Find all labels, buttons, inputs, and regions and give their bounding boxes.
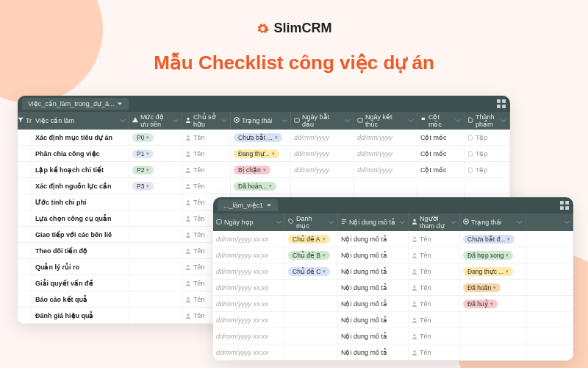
cell[interactable]: Xác định mục tiêu dự án	[32, 130, 129, 145]
table-row[interactable]: dd/mm/yyyy xx:xxNội dung mô tả TênĐã hoã…	[213, 280, 573, 296]
cell[interactable]	[526, 328, 573, 344]
cell[interactable]: Nội dung mô tả	[338, 247, 409, 263]
column-header[interactable]: Người tham dự	[409, 213, 460, 231]
cell[interactable]	[129, 243, 182, 258]
cell[interactable]: Nội dung mô tả	[338, 296, 409, 311]
cell[interactable]	[526, 263, 573, 279]
column-header[interactable]: Danh mục	[285, 213, 338, 231]
cell[interactable]: Nội dung mô tả	[338, 263, 409, 279]
cell[interactable]: dd/mm/yyyy	[354, 162, 417, 177]
cell[interactable]: Nội dung mô tả	[338, 280, 409, 295]
cell[interactable]: Tệp	[465, 146, 510, 161]
cell[interactable]: Tên	[409, 247, 460, 263]
cell[interactable]: Đã huỷ▾	[460, 296, 526, 311]
cell[interactable]: Nội dung mô tả	[338, 328, 409, 344]
cell[interactable]: Giải quyết vấn đề	[32, 275, 129, 291]
cell[interactable]: Đã hoàn...▾	[231, 178, 291, 194]
tab-meeting[interactable]: ..._làm_việc1	[218, 199, 278, 211]
cell[interactable]: Tên	[182, 162, 231, 177]
tab-checklist[interactable]: Việc_cần_làm_trong_dự_á...	[22, 98, 129, 110]
cell[interactable]: dd/mm/yyyy xx:xx	[213, 296, 285, 311]
cell[interactable]	[285, 280, 338, 295]
cell[interactable]: Chủ đề B▾	[285, 247, 338, 263]
column-header[interactable]: Ngày bắt đầu	[291, 112, 354, 130]
cell[interactable]: Cột mốc	[417, 162, 465, 177]
cell[interactable]: Nội dung mô tả	[338, 312, 409, 328]
cell[interactable]: P1▾	[129, 146, 182, 161]
cell[interactable]: Giao tiếp với các bên liê	[32, 227, 129, 242]
cell[interactable]	[526, 247, 573, 263]
cell[interactable]: Tên	[409, 231, 460, 247]
cell[interactable]: Báo cáo kết quả	[32, 291, 129, 307]
cell[interactable]: Đánh giá hiệu quả	[32, 308, 129, 323]
cell[interactable]	[526, 312, 573, 328]
cell[interactable]	[417, 178, 465, 194]
cell[interactable]: dd/mm/yyyy xx:xx	[213, 328, 285, 344]
cell[interactable]	[129, 259, 182, 275]
cell[interactable]	[285, 344, 338, 360]
cell[interactable]: Lựa chọn công cụ quản	[32, 210, 129, 226]
column-header[interactable]: Việc cần làm	[32, 112, 129, 130]
grid-icon[interactable]	[497, 99, 506, 108]
cell[interactable]: dd/mm/yyyy	[291, 162, 354, 177]
cell[interactable]: P3▾	[129, 178, 182, 194]
table-row[interactable]: dd/mm/yyyy xx:xxNội dung mô tả Tên	[213, 344, 573, 361]
cell[interactable]: Chưa bắt ...▾	[231, 130, 291, 145]
cell[interactable]	[129, 308, 182, 323]
cell[interactable]: dd/mm/yyyy xx:xx	[213, 280, 285, 295]
cell[interactable]: dd/mm/yyyy xx:xx	[213, 312, 285, 328]
column-header[interactable]: Trạng thái	[460, 213, 526, 231]
cell[interactable]: Cột mốc	[417, 130, 465, 145]
cell[interactable]	[460, 312, 526, 328]
column-header[interactable]: Chủ sở hữu	[182, 112, 231, 130]
column-header[interactable]: Nội dung mô tả	[338, 213, 409, 231]
cell[interactable]: dd/mm/yyyy xx:xx	[213, 231, 285, 247]
cell[interactable]: Xác định nguồn lực cần	[32, 178, 129, 194]
cell[interactable]: Lập kế hoạch chi tiết	[32, 162, 129, 177]
table-row[interactable]: dd/mm/yyyy xx:xxNội dung mô tả Tên	[213, 328, 573, 344]
cell[interactable]	[129, 275, 182, 291]
table-row[interactable]: dd/mm/yyyy xx:xxChủ đề B▾Nội dung mô tả …	[213, 247, 573, 263]
cell[interactable]	[354, 178, 417, 194]
column-header[interactable]: Trạng thái	[231, 112, 291, 130]
cell[interactable]	[129, 291, 182, 307]
table-row[interactable]: Phân chia công việcP1▾ TênĐang thự...▾dd…	[18, 146, 510, 162]
cell[interactable]	[291, 178, 354, 194]
cell[interactable]: Bị chặn▾	[231, 162, 291, 177]
cell[interactable]	[526, 344, 573, 360]
cell[interactable]: Tên	[409, 344, 460, 360]
cell[interactable]	[129, 227, 182, 242]
cell[interactable]: Tên	[409, 280, 460, 295]
cell[interactable]: Cột mốc	[417, 146, 465, 161]
cell[interactable]: Theo dõi tiến độ	[32, 243, 129, 258]
cell[interactable]: Tên	[182, 146, 231, 161]
cell[interactable]: Đã hoãn▾	[460, 280, 526, 295]
cell[interactable]: Tên	[409, 328, 460, 344]
cell[interactable]: Tên	[409, 296, 460, 311]
cell[interactable]: Tên	[182, 130, 231, 145]
cell[interactable]	[465, 178, 510, 194]
cell[interactable]: dd/mm/yyyy xx:xx	[213, 344, 285, 360]
cell[interactable]	[460, 344, 526, 360]
cell[interactable]	[526, 280, 573, 295]
table-row[interactable]: Lập kế hoạch chi tiếtP2▾ TênBị chặn▾dd/m…	[18, 162, 510, 178]
cell[interactable]	[285, 328, 338, 344]
cell[interactable]	[285, 296, 338, 311]
cell[interactable]	[129, 210, 182, 226]
cell[interactable]: P0▾	[129, 130, 182, 145]
cell[interactable]: dd/mm/yyyy	[354, 146, 417, 161]
table-row[interactable]: dd/mm/yyyy xx:xxChủ đề A▾Nội dung mô tả …	[213, 231, 573, 247]
table-row[interactable]: Xác định mục tiêu dự ánP0▾ TênChưa bắt .…	[18, 130, 510, 146]
table-row[interactable]: dd/mm/yyyy xx:xxNội dung mô tả TênĐã huỷ…	[213, 296, 573, 312]
cell[interactable]: Đang thực ...▾	[460, 263, 526, 279]
cell[interactable]: Tên	[409, 312, 460, 328]
column-header[interactable]: Ngày kết thúc	[354, 112, 417, 130]
cell[interactable]: dd/mm/yyyy	[291, 146, 354, 161]
column-header[interactable]: Ngày họp	[213, 213, 285, 231]
cell[interactable]	[129, 194, 182, 210]
cell[interactable]: Nội dung mô tả	[338, 344, 409, 360]
cell[interactable]: Phân chia công việc	[32, 146, 129, 161]
column-header[interactable]: Tr	[18, 112, 32, 130]
cell[interactable]: P2▾	[129, 162, 182, 177]
cell[interactable]: Tệp	[465, 162, 510, 177]
